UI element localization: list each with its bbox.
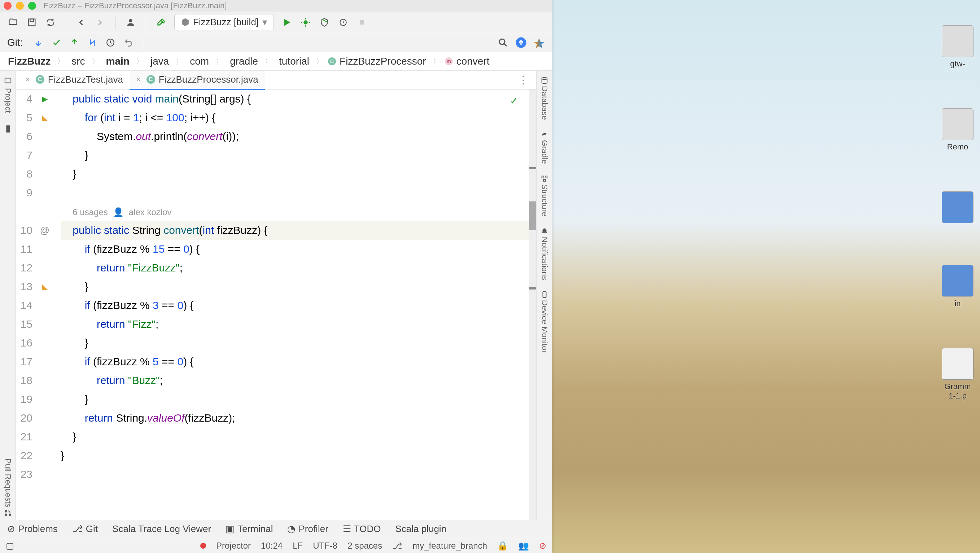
rollback-icon[interactable]	[123, 37, 134, 48]
forward-icon[interactable]	[94, 17, 106, 28]
status-cursor[interactable]: 10:24	[261, 541, 283, 551]
bc-project[interactable]: FizzBuzz	[6, 55, 52, 68]
svg-point-2	[129, 19, 132, 22]
desktop-item[interactable]: Remo	[940, 108, 976, 151]
ide-window: FizzBuzz – FizzBuzzProcessor.java [FizzB…	[0, 0, 552, 553]
bc-class[interactable]: FizzBuzzProcessor	[337, 55, 428, 68]
svg-rect-15	[545, 176, 547, 178]
bc-gradle[interactable]: gradle	[228, 55, 260, 68]
upload-icon[interactable]	[515, 37, 527, 48]
notifications-tool-button[interactable]: Notifications	[540, 225, 549, 282]
svg-rect-17	[542, 292, 546, 298]
bc-method[interactable]: convert	[454, 55, 492, 68]
status-error-icon[interactable]: ⊘	[539, 541, 546, 551]
gradle-tool-button[interactable]: Gradle	[540, 129, 549, 166]
desktop-item[interactable]: in	[940, 265, 976, 308]
maximize-window-icon[interactable]	[28, 2, 36, 10]
editor-tabs: × C FizzBuzzTest.java × C FizzBuzzProces…	[16, 71, 536, 89]
debug-icon[interactable]	[300, 17, 312, 28]
svg-point-7	[500, 39, 505, 45]
recording-icon[interactable]	[200, 543, 206, 549]
tab-fizzbuzzprocessor[interactable]: × C FizzBuzzProcessor.java	[129, 71, 265, 90]
usages-hint[interactable]: 6 usages	[73, 203, 108, 222]
project-tool-button[interactable]: Project	[3, 73, 13, 115]
bookmark-tool-icon[interactable]: ▮	[5, 123, 11, 134]
status-memory-icon[interactable]: 👥	[518, 541, 529, 551]
update-icon[interactable]	[32, 37, 44, 48]
scala-trace-tool[interactable]: Scala Trace Log Viewer	[112, 523, 211, 535]
bc-tutorial[interactable]: tutorial	[277, 55, 312, 68]
tab-menu-icon[interactable]: ⋮	[513, 74, 533, 86]
sync-icon[interactable]	[45, 17, 56, 28]
desktop-item[interactable]	[940, 191, 976, 225]
ide-icon[interactable]	[533, 37, 545, 48]
status-encoding[interactable]: UTF-8	[313, 541, 337, 551]
commit-icon[interactable]	[51, 37, 62, 48]
scala-plugin-tool[interactable]: Scala plugin	[395, 523, 446, 535]
author-hint[interactable]: alex kozlov	[129, 203, 172, 222]
bc-main[interactable]: main	[104, 55, 132, 68]
search-icon[interactable]	[497, 37, 509, 48]
tab-fizzbuzztest[interactable]: × C FizzBuzzTest.java	[19, 71, 129, 90]
pull-requests-tool-button[interactable]: Pull Requests	[3, 453, 13, 520]
coverage-icon[interactable]	[318, 17, 330, 28]
status-lock-icon[interactable]: 🔒	[497, 541, 508, 551]
bookmark-icon[interactable]: ◣	[42, 277, 48, 296]
close-icon[interactable]: ×	[136, 75, 141, 84]
close-icon[interactable]: ×	[25, 75, 30, 84]
back-icon[interactable]	[75, 17, 87, 28]
hammer-icon[interactable]	[156, 17, 167, 28]
open-icon[interactable]	[7, 17, 19, 28]
tool-window-toggle-icon[interactable]: ▢	[6, 541, 14, 551]
status-indent[interactable]: 2 spaces	[347, 541, 382, 551]
svg-rect-0	[29, 19, 35, 25]
save-icon[interactable]	[26, 17, 38, 28]
desktop-item[interactable]: gtw-	[940, 25, 976, 69]
author-icon: 👤	[113, 203, 124, 222]
problems-tool[interactable]: ⊘Problems	[7, 523, 58, 535]
svg-point-13	[542, 78, 547, 80]
device-monitor-tool-button[interactable]: Device Monitor	[540, 288, 549, 355]
code-content[interactable]: ✓ public static void main(String[] args)…	[53, 89, 529, 520]
desktop-item[interactable]: Gramm1-1.p	[940, 348, 976, 401]
minimize-window-icon[interactable]	[16, 2, 24, 10]
todo-tool[interactable]: ☰TODO	[343, 523, 381, 535]
structure-tool-button[interactable]: Structure	[540, 172, 549, 218]
status-line-ending[interactable]: LF	[293, 541, 303, 551]
bookmark-icon[interactable]: ◣	[42, 108, 48, 127]
run-config-selector[interactable]: ⬢ FizzBuzz [build] ▾	[174, 14, 274, 30]
scroll-overview[interactable]	[529, 89, 536, 520]
code-editor[interactable]: 4567891011121314151617181920212223 ▶ ◣ @…	[16, 89, 536, 520]
database-tool-button[interactable]: Database	[540, 74, 549, 122]
override-icon[interactable]: @	[40, 221, 49, 240]
window-title: FizzBuzz – FizzBuzzProcessor.java [FizzB…	[43, 1, 227, 11]
compare-icon[interactable]	[87, 37, 98, 48]
user-icon[interactable]	[125, 17, 137, 28]
status-branch[interactable]: my_feature_branch	[412, 541, 487, 551]
stop-icon[interactable]	[356, 17, 368, 28]
bc-src[interactable]: src	[69, 55, 87, 68]
titlebar: FizzBuzz – FizzBuzzProcessor.java [FizzB…	[0, 0, 552, 11]
close-window-icon[interactable]	[3, 2, 11, 10]
profile-icon[interactable]	[337, 17, 349, 28]
svg-point-11	[5, 515, 6, 516]
run-icon[interactable]	[281, 17, 293, 28]
git-toolbar: Git:	[0, 33, 552, 52]
main-toolbar: ⬢ FizzBuzz [build] ▾	[0, 11, 552, 33]
history-icon[interactable]	[105, 37, 116, 48]
run-gutter-icon[interactable]: ▶	[42, 89, 48, 108]
window-controls[interactable]	[3, 2, 36, 10]
push-icon[interactable]	[68, 37, 80, 48]
terminal-tool[interactable]: ▣Terminal	[226, 523, 273, 535]
status-bar: ▢ Projector 10:24 LF UTF-8 2 spaces ⎇ my…	[0, 538, 552, 553]
inspection-ok-icon[interactable]: ✓	[510, 92, 518, 110]
git-tool[interactable]: ⎇Git	[72, 523, 98, 535]
editor-area: × C FizzBuzzTest.java × C FizzBuzzProces…	[16, 71, 536, 520]
class-icon: C	[146, 75, 155, 84]
bc-java[interactable]: java	[148, 55, 171, 68]
status-projector[interactable]: Projector	[216, 541, 251, 551]
profiler-tool[interactable]: ◔Profiler	[287, 523, 328, 535]
class-icon: C	[328, 57, 336, 65]
bc-com[interactable]: com	[188, 55, 211, 68]
svg-rect-14	[542, 176, 544, 178]
